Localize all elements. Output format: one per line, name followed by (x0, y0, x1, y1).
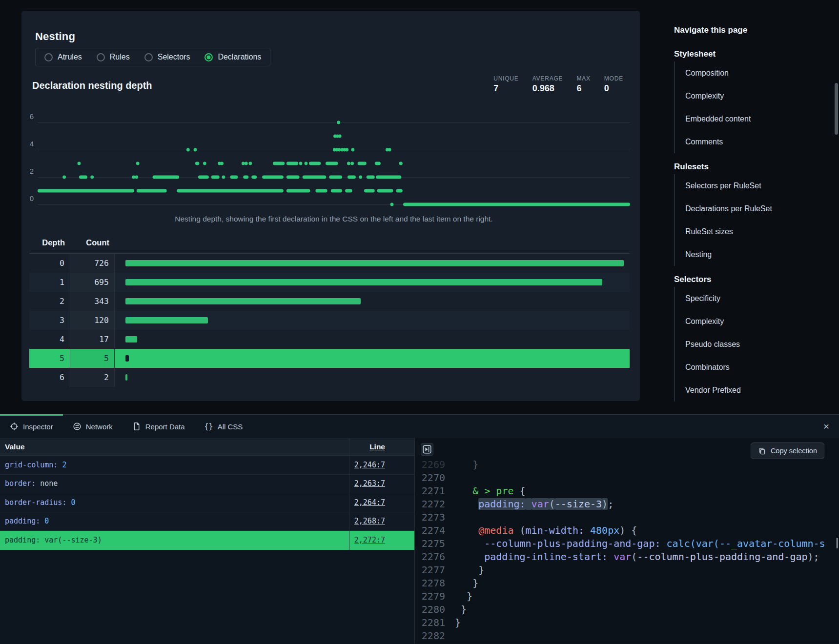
scatter-run-depth-2 (153, 176, 180, 179)
scatter-run-depth-3 (358, 162, 367, 165)
tab-report-data[interactable]: Report Data (123, 415, 195, 438)
nav-item-nesting[interactable]: Nesting (675, 243, 825, 266)
code-viewer[interactable]: 2269 }22702271 & > pre {2272 padding: va… (415, 438, 839, 644)
nav-item-complexity[interactable]: Complexity (675, 84, 825, 107)
depth-cell: 5 (29, 349, 70, 368)
line-link[interactable]: 2,272:7 (354, 536, 385, 544)
depth-table-row[interactable]: 0726 (29, 254, 630, 273)
line-link[interactable]: 2,246:7 (354, 461, 385, 469)
nav-item-embedded-content[interactable]: Embedded content (675, 107, 825, 130)
value-table-header: Value Line (0, 438, 414, 456)
radio-option-atrules[interactable]: Atrules (44, 53, 82, 61)
code-line-2274: 2274 @media (min-width: 480px) { (415, 523, 839, 537)
scatter-dot-depth-3 (245, 162, 248, 165)
value-table-row[interactable]: padding: 02,268:7 (0, 512, 414, 531)
radio-label: Rules (110, 53, 130, 61)
nav-list: SpecificityComplexityPseudo classesCombi… (674, 287, 825, 402)
tab-network[interactable]: Network (63, 415, 123, 438)
radio-option-selectors[interactable]: Selectors (144, 53, 190, 61)
declaration-value: border: none (0, 479, 348, 488)
code-token (449, 485, 472, 497)
scatter-dot-depth-3 (242, 162, 245, 165)
stat-unique: UNIQUE7 (493, 75, 518, 94)
scatter-dot-depth-3 (350, 162, 354, 165)
count-bar-cell (115, 330, 630, 349)
line-cell: 2,272:7 (348, 536, 414, 544)
scatter-run-depth-2 (376, 176, 401, 179)
line-number: 2280 (420, 604, 445, 615)
code-token: } (449, 617, 461, 628)
code-token: } (449, 590, 472, 602)
nav-item-selectors-per-ruleset[interactable]: Selectors per RuleSet (675, 174, 825, 197)
line-number: 2281 (420, 617, 445, 628)
value-table-row[interactable]: border: none2,263:7 (0, 475, 414, 494)
depth-table-row[interactable]: 3120 (29, 311, 630, 330)
tab-inspector[interactable]: Inspector (0, 415, 63, 438)
scatter-dot-depth-3 (203, 162, 206, 165)
code-line-2276: 2276 padding-inline-start: var(--column-… (415, 550, 839, 563)
network-icon (73, 422, 82, 431)
depth-table-row[interactable]: 1695 (29, 273, 630, 292)
nav-item-combinators[interactable]: Combinators (675, 356, 825, 379)
nav-item-pseudo-classes[interactable]: Pseudo classes (675, 333, 825, 356)
nav-item-ruleset-sizes[interactable]: RuleSet sizes (675, 220, 825, 243)
line-link[interactable]: 2,268:7 (354, 517, 385, 525)
code-line-2278: 2278 } (415, 576, 839, 589)
radio-label: Atrules (58, 53, 82, 61)
radio-label: Declarations (218, 53, 261, 61)
scatter-run-depth-1 (315, 189, 327, 193)
code-token (449, 551, 484, 563)
page-scrollbar-thumb[interactable] (835, 83, 838, 135)
inspector-panel: InspectorNetworkReport Data{}All CSS × V… (0, 414, 839, 644)
tab-all-css[interactable]: {}All CSS (195, 415, 253, 438)
scatter-dot-depth-2 (135, 176, 138, 179)
count-bar (125, 260, 624, 266)
code-token: ( (549, 498, 555, 510)
scatter-run-depth-3 (375, 162, 381, 165)
scatter-run-depth-3 (399, 162, 403, 165)
nav-item-vendor-prefixed[interactable]: Vendor Prefixed (675, 379, 825, 402)
radio-option-declarations[interactable]: Declarations (205, 53, 261, 61)
value-table-row[interactable]: padding: var(--size-3)2,272:7 (0, 531, 414, 550)
scatter-dot-depth-3 (347, 162, 350, 165)
nav-item-declarations-per-ruleset[interactable]: Declarations per RuleSet (675, 197, 825, 220)
nav-section-stylesheet: Stylesheet (674, 47, 825, 61)
code-line-2269: 2269 } (415, 458, 839, 471)
code-token (660, 538, 666, 549)
depth-table-row[interactable]: 417 (29, 330, 630, 349)
scatter-dot-depth-2 (90, 176, 94, 179)
code-token: ; (608, 498, 614, 510)
depth-table-row[interactable]: 62 (29, 368, 630, 387)
value-table-row[interactable]: grid-column: 22,246:7 (0, 456, 414, 475)
value-table-row[interactable]: border-radius: 02,264:7 (0, 493, 414, 512)
scatter-run-depth-3 (309, 162, 321, 165)
depth-table-row[interactable]: 2343 (29, 292, 630, 311)
scatter-dot-depth-6 (337, 121, 340, 124)
declaration-value: border-radius: 0 (0, 498, 348, 507)
code-token (449, 498, 478, 510)
line-link[interactable]: 2,264:7 (354, 498, 385, 507)
copy-selection-button[interactable]: Copy selection (751, 443, 824, 459)
code-line-2270: 2270 (415, 471, 839, 484)
scatter-run-depth-1 (364, 189, 375, 193)
nav-item-comments[interactable]: Comments (675, 130, 825, 153)
panel-toggle-button[interactable] (421, 443, 433, 456)
tab-label: Report Data (145, 423, 185, 431)
depth-table-row[interactable]: 55 (29, 349, 630, 368)
line-column-separator (349, 438, 349, 550)
code-token (449, 643, 461, 644)
scatter-dot-depth-4 (186, 148, 190, 152)
depth-cell: 3 (29, 311, 70, 330)
scatter-run-depth-2 (230, 176, 238, 179)
nav-item-complexity[interactable]: Complexity (675, 310, 825, 333)
section-header-row: Declaration nesting depth UNIQUE7AVERAGE… (32, 75, 623, 94)
code-token: var (532, 498, 549, 510)
tab-label: All CSS (218, 423, 243, 431)
line-link[interactable]: 2,263:7 (354, 479, 385, 488)
code-token (608, 551, 614, 563)
line-column-header[interactable]: Line (348, 443, 414, 451)
radio-option-rules[interactable]: Rules (97, 53, 130, 61)
nav-item-composition[interactable]: Composition (675, 61, 825, 84)
close-panel-button[interactable]: × (823, 415, 829, 438)
nav-item-specificity[interactable]: Specificity (675, 287, 825, 310)
